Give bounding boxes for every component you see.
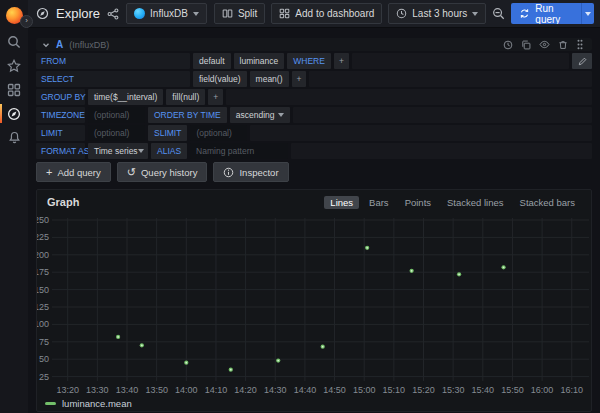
- trash-icon[interactable]: [558, 40, 568, 50]
- sidebar-item-starred[interactable]: [0, 58, 28, 73]
- svg-text:15:50: 15:50: [501, 385, 524, 395]
- row-filler: [226, 89, 592, 105]
- sidebar-expand-chevron[interactable]: ›: [20, 15, 33, 28]
- query-part[interactable]: fill(null): [166, 89, 205, 105]
- query-history-label: Query history: [141, 167, 198, 178]
- split-button[interactable]: Split: [214, 3, 265, 24]
- add-query-button[interactable]: + Add query: [36, 162, 111, 182]
- bell-icon: [8, 131, 21, 144]
- query-input[interactable]: (optional): [88, 107, 145, 123]
- display-mode-tabs: LinesBarsPointsStacked linesStacked bars: [324, 196, 581, 209]
- query-input[interactable]: (optional): [88, 125, 145, 141]
- svg-text:15:00: 15:00: [353, 385, 376, 395]
- graph-plot[interactable]: 13:2013:3013:4013:5014:0014:1014:2014:30…: [37, 214, 593, 396]
- row-filler: [309, 71, 592, 87]
- edit-query-pencil-button[interactable]: [572, 53, 592, 69]
- dashboards-grid-icon: [7, 83, 21, 97]
- page-title: Explore: [56, 6, 100, 21]
- run-query-main[interactable]: Run query: [511, 3, 581, 24]
- svg-text:250: 250: [37, 215, 49, 225]
- svg-text:14:40: 14:40: [294, 385, 317, 395]
- zoom-out-icon[interactable]: [492, 7, 505, 20]
- select-value: ascending: [236, 110, 275, 120]
- datasource-picker[interactable]: InfluxDB: [126, 3, 207, 24]
- svg-text:15:20: 15:20: [412, 385, 435, 395]
- inspector-button[interactable]: Inspector: [213, 162, 288, 182]
- add-part-button[interactable]: +: [292, 71, 307, 87]
- time-range-label: Last 3 hours: [412, 8, 467, 19]
- drag-handle-icon[interactable]: [576, 39, 584, 50]
- query-select[interactable]: ascending: [230, 107, 290, 123]
- legend-series-label[interactable]: luminance.mean: [62, 398, 132, 409]
- sidebar-menu: [0, 34, 28, 145]
- svg-text:150: 150: [37, 285, 49, 295]
- query-keyword-part[interactable]: SLIMIT: [148, 125, 187, 141]
- svg-text:13:20: 13:20: [56, 385, 79, 395]
- plus-icon: +: [46, 167, 52, 178]
- svg-text:14:20: 14:20: [234, 385, 257, 395]
- copy-icon[interactable]: [521, 40, 531, 50]
- query-row: GROUP BYtime($__interval)fill(null)+: [36, 89, 592, 105]
- data-points: [116, 246, 506, 372]
- query-keyword-part[interactable]: ALIAS: [151, 143, 187, 159]
- query-history-button[interactable]: ↺ Query history: [117, 162, 208, 182]
- graph-panel: Graph LinesBarsPointsStacked linesStacke…: [36, 189, 592, 412]
- query-input[interactable]: Naming pattern: [190, 143, 288, 159]
- query-row: FROMdefaultluminanceWHERE+: [36, 53, 592, 69]
- query-part[interactable]: field(value): [193, 71, 247, 87]
- query-part[interactable]: time($__interval): [88, 89, 163, 105]
- query-part[interactable]: mean(): [250, 71, 289, 87]
- svg-text:175: 175: [37, 267, 49, 277]
- svg-text:16:10: 16:10: [560, 385, 583, 395]
- graph-panel-header: Graph LinesBarsPointsStacked linesStacke…: [37, 190, 591, 214]
- row-filler: [291, 143, 592, 159]
- run-query-button[interactable]: Run query: [511, 3, 594, 24]
- display-mode-tab[interactable]: Stacked bars: [514, 196, 581, 209]
- query-keyword-part[interactable]: ORDER BY TIME: [148, 107, 227, 123]
- query-keyword-label: LIMIT: [36, 125, 85, 141]
- row-filler: [293, 107, 592, 123]
- sidebar-item-explore[interactable]: [0, 106, 28, 121]
- svg-text:14:10: 14:10: [205, 385, 228, 395]
- sidebar-item-search[interactable]: [0, 34, 28, 49]
- query-keyword-label: FORMAT AS: [36, 143, 85, 159]
- collapse-chevron-icon[interactable]: [42, 41, 50, 49]
- split-label: Split: [238, 8, 257, 19]
- add-to-dashboard-button[interactable]: Add to dashboard: [271, 3, 382, 24]
- explore-compass-icon: [36, 7, 49, 20]
- eye-icon[interactable]: [539, 39, 550, 50]
- datasource-name: InfluxDB: [150, 8, 188, 19]
- svg-text:13:40: 13:40: [116, 385, 139, 395]
- display-mode-tab[interactable]: Lines: [324, 196, 359, 209]
- svg-text:13:50: 13:50: [145, 385, 168, 395]
- history-icon[interactable]: [503, 40, 513, 50]
- query-input[interactable]: (optional): [190, 125, 247, 141]
- sidebar-item-alerting[interactable]: [0, 130, 28, 145]
- display-mode-tab[interactable]: Points: [399, 196, 437, 209]
- display-mode-tab[interactable]: Bars: [363, 196, 395, 209]
- panel-title: Graph: [47, 196, 79, 208]
- query-part[interactable]: default: [193, 53, 231, 69]
- graph-chart: 13:2013:3013:4013:5014:0014:1014:2014:30…: [37, 214, 591, 396]
- compass-icon: [7, 107, 21, 121]
- query-row: TIMEZONE(optional)ORDER BY TIMEascending: [36, 107, 592, 123]
- run-query-label: Run query: [535, 3, 573, 24]
- clock-icon: [396, 8, 407, 19]
- time-range-picker[interactable]: Last 3 hours: [388, 3, 486, 24]
- svg-text:100: 100: [37, 319, 49, 329]
- add-part-button[interactable]: +: [208, 89, 223, 105]
- query-part[interactable]: luminance: [234, 53, 285, 69]
- query-ref-id: A: [56, 39, 63, 50]
- influxdb-logo-icon: [134, 8, 145, 19]
- query-row: FORMAT ASTime seriesALIASNaming pattern: [36, 143, 592, 159]
- display-mode-tab[interactable]: Stacked lines: [441, 196, 510, 209]
- explore-content: A (InfluxDB) FROMdefaultluminanceWHERE+S…: [28, 28, 600, 413]
- top-navbar: Explore InfluxDB Split Add to dashboard …: [28, 0, 600, 28]
- query-select[interactable]: Time series: [88, 143, 148, 159]
- query-keyword-part[interactable]: WHERE: [287, 53, 331, 69]
- sidebar-item-dashboards[interactable]: [0, 82, 28, 97]
- add-part-button[interactable]: +: [334, 53, 349, 69]
- run-query-dropdown[interactable]: [581, 3, 594, 24]
- share-icon[interactable]: [107, 8, 119, 20]
- add-query-label: Add query: [57, 167, 100, 178]
